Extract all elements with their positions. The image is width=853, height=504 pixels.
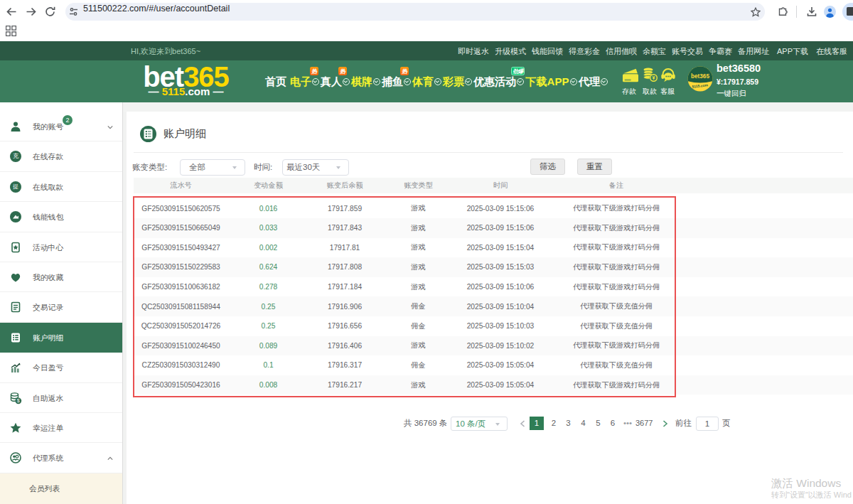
svg-text:¥: ¥ — [653, 75, 655, 80]
svg-text:$: $ — [17, 398, 20, 403]
svg-text:bet365: bet365 — [691, 73, 709, 80]
